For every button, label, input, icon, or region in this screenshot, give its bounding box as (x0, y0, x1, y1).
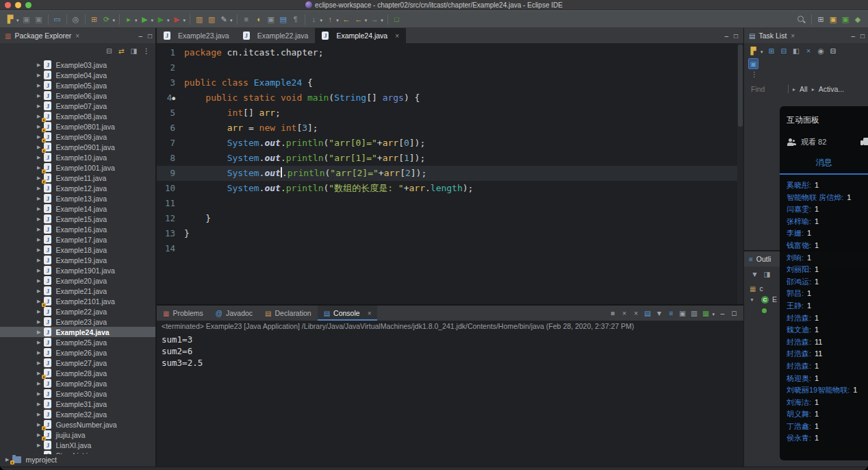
more-icon[interactable]: ⋮ (744, 69, 868, 78)
expand-arrow-icon[interactable]: ▶ (37, 319, 40, 325)
expand-arrow-icon[interactable]: ▶ (37, 62, 40, 68)
maximize-icon[interactable]: □ (729, 308, 739, 319)
expand-arrow-icon[interactable]: ▶ (37, 134, 40, 140)
file-tree-item[interactable]: ▶JExample0801.java (0, 121, 155, 132)
dropdown-arrow-icon[interactable]: ▾ (113, 18, 116, 23)
file-tree-item[interactable]: ▶JExample18.java (0, 245, 155, 255)
git-perspective-icon[interactable]: ◆ (852, 14, 863, 25)
file-tree-item[interactable]: ▶JExample13.java (0, 193, 155, 203)
file-tree-item[interactable]: ▶JExample20.java (0, 275, 155, 286)
expand-arrow-icon[interactable]: ▶ (37, 83, 40, 88)
save-icon[interactable]: ▣ (21, 14, 32, 25)
file-tree-item[interactable]: ▶JExample24.java (0, 327, 155, 337)
console-tab-Declaration[interactable]: ▤Declaration (259, 306, 318, 321)
expand-arrow-icon[interactable]: ▶ (37, 93, 40, 99)
link-with-editor-icon[interactable]: ⇄ (116, 45, 127, 56)
expand-arrow-icon[interactable]: ▶ (5, 457, 9, 462)
file-tree-item[interactable]: ▶JExample11.java (0, 173, 155, 183)
expand-arrow-icon[interactable]: ▶ (37, 299, 40, 304)
working-set-icon[interactable]: ◖ (253, 14, 264, 25)
editor-tab-Example24.java[interactable]: JExample24.java× (315, 28, 406, 43)
remove-launch-icon[interactable]: × (619, 308, 629, 319)
run-icon[interactable]: ▶ (140, 14, 151, 25)
file-tree-item[interactable]: ▶JExample1901.java (0, 265, 155, 275)
show-whitespace-icon[interactable]: ¶ (290, 14, 301, 25)
file-tree-item[interactable]: ▶JExample07.java (0, 101, 155, 111)
synchronize-icon[interactable]: ▣ (748, 58, 758, 69)
next-annotation-icon[interactable]: ↓ (309, 14, 320, 25)
close-tab-icon[interactable]: × (368, 310, 372, 317)
file-tree-item[interactable]: ▶JLianXI.java (0, 440, 155, 450)
search-icon[interactable] (797, 15, 806, 24)
maximize-view-icon[interactable]: □ (860, 32, 865, 40)
editor-tab-Example22.java[interactable]: JExample22.java (236, 28, 316, 43)
dropdown-arrow-icon[interactable]: ▾ (135, 18, 138, 23)
annotate-icon[interactable]: ✎ (218, 14, 229, 25)
expand-arrow-icon[interactable]: ▶ (37, 330, 40, 335)
file-tree-item[interactable]: ▶JExample22.java (0, 306, 155, 317)
expand-arrow-icon[interactable]: ▶ (37, 114, 40, 119)
expand-arrow-icon[interactable]: ▶ (37, 309, 40, 314)
new-snippet-icon[interactable]: ≡ (241, 14, 252, 25)
tree-view-icon[interactable]: ⊟ (779, 45, 789, 56)
expand-arrow-icon[interactable]: ▶ (37, 432, 40, 438)
save-all-icon[interactable]: ▣ (34, 14, 44, 25)
expand-arrow-icon[interactable]: ▶ (37, 145, 40, 150)
search-browser-icon[interactable]: ◎ (71, 14, 81, 25)
expand-arrow-icon[interactable]: ▶ (37, 360, 40, 366)
expand-arrow-icon[interactable]: ▶ (37, 350, 40, 356)
file-tree-item[interactable]: ▶JExample32.java (0, 409, 155, 419)
thumbs-up-icon[interactable] (860, 136, 868, 145)
file-tree-item[interactable]: ▶JExample30.java (0, 388, 155, 399)
expand-arrow-icon[interactable]: ▶ (37, 247, 40, 253)
close-tab-icon[interactable]: × (395, 32, 399, 40)
find-input[interactable] (751, 85, 784, 93)
dropdown-arrow-icon[interactable]: ▾ (230, 18, 233, 23)
previous-annotation-icon[interactable]: ↑ (324, 14, 335, 25)
focus-workweek-icon[interactable]: ◉ (816, 45, 826, 56)
scope-all-button[interactable]: All (800, 85, 808, 93)
file-tree-item[interactable]: ▶JExample06.java (0, 90, 155, 101)
scope-activate-button[interactable]: Activa... (819, 85, 844, 93)
expand-arrow-icon[interactable]: ▶ (37, 391, 40, 397)
expand-arrow-icon[interactable]: ▶ (37, 186, 40, 191)
package-explorer-tab[interactable]: Package Explorer (14, 32, 71, 40)
dropdown-arrow-icon[interactable]: ▾ (365, 18, 368, 23)
pin-console-icon[interactable]: ▣ (677, 308, 687, 319)
file-tree-item[interactable]: ▶JExample08.java (0, 111, 155, 121)
expand-arrow-icon[interactable]: ▶ (37, 237, 40, 243)
terminate-icon[interactable]: ■ (607, 308, 617, 319)
new-java-package-icon[interactable]: ⊞ (89, 14, 100, 25)
console-tab-Problems[interactable]: ▦Problems (157, 306, 209, 321)
maximize-view-icon[interactable]: □ (148, 32, 152, 40)
file-tree-item[interactable]: ▶JExample28.java (0, 368, 155, 378)
expand-arrow-icon[interactable]: ▶ (37, 422, 40, 428)
expand-arrow-icon[interactable]: ▶ (37, 381, 40, 386)
scroll-lock-icon[interactable]: ▼ (654, 308, 664, 319)
expand-arrow-icon[interactable]: ▶ (37, 340, 40, 345)
expand-arrow-icon[interactable]: ▶ (37, 268, 40, 273)
tab-messages[interactable]: 消息 (780, 157, 868, 175)
launch-shortcut-icon[interactable]: ▸ (123, 14, 134, 25)
forward-icon[interactable]: → (369, 14, 380, 25)
new-task-icon[interactable]: ▛ (748, 45, 758, 56)
expand-arrow-icon[interactable]: ▶ (37, 217, 40, 222)
debug-icon[interactable]: ▶ (155, 14, 166, 25)
open-perspective-icon[interactable]: ⊞ (815, 14, 826, 25)
console-tab-Javadoc[interactable]: @Javadoc (209, 306, 259, 321)
sort-icon[interactable]: ▼ (750, 269, 760, 280)
expand-arrow-icon[interactable]: ▶ (37, 155, 40, 160)
dropdown-arrow-icon[interactable]: ▾ (761, 49, 763, 55)
expand-arrow-icon[interactable]: ▶ (37, 165, 40, 171)
repositories-icon[interactable]: ◧ (791, 45, 802, 56)
file-tree-item[interactable]: ▶JExample17.java (0, 234, 155, 245)
collapse-arrow-icon[interactable]: ▼ (750, 297, 754, 302)
file-tree-item[interactable]: ▶JGuessNumber.java (0, 419, 155, 430)
open-console-icon[interactable]: ▦ (700, 308, 711, 319)
file-tree-item[interactable]: ▶JExample1001.java (0, 162, 155, 173)
display-selected-console-icon[interactable]: ▥ (689, 308, 699, 319)
expand-arrow-icon[interactable]: ▶ (37, 258, 40, 263)
file-tree-item[interactable]: ▶JExample09.java (0, 132, 155, 142)
file-tree-item[interactable]: ▶JExample14.java (0, 203, 155, 214)
file-tree[interactable]: ▶JExample03.java▶JExample04.java▶JExampl… (0, 58, 155, 454)
